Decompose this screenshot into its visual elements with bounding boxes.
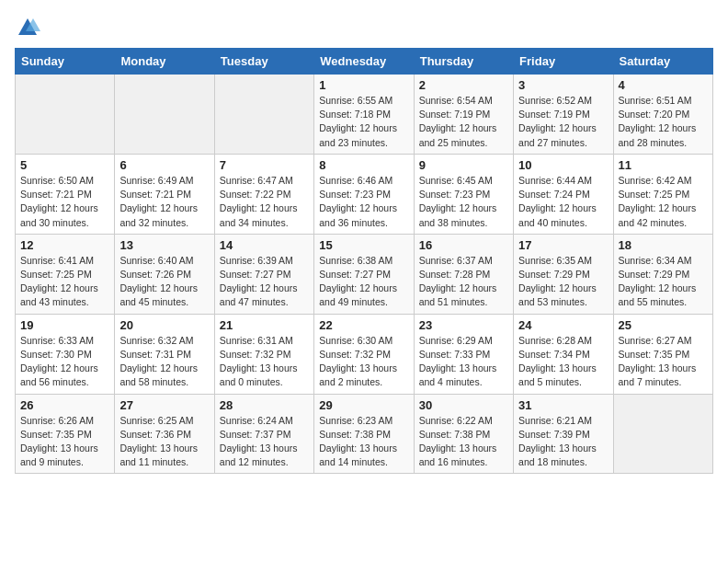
calendar-cell: 25Sunrise: 6:27 AM Sunset: 7:35 PM Dayli… <box>613 314 712 394</box>
day-info: Sunrise: 6:55 AM Sunset: 7:18 PM Dayligh… <box>319 94 408 150</box>
header-friday: Friday <box>514 49 613 75</box>
day-info: Sunrise: 6:28 AM Sunset: 7:34 PM Dayligh… <box>518 334 608 390</box>
calendar-cell: 4Sunrise: 6:51 AM Sunset: 7:20 PM Daylig… <box>613 75 712 155</box>
calendar-cell: 13Sunrise: 6:40 AM Sunset: 7:26 PM Dayli… <box>115 234 214 314</box>
calendar-cell: 10Sunrise: 6:44 AM Sunset: 7:24 PM Dayli… <box>514 154 613 234</box>
day-info: Sunrise: 6:34 AM Sunset: 7:29 PM Dayligh… <box>619 254 708 310</box>
page-header <box>15 15 713 40</box>
calendar-cell: 19Sunrise: 6:33 AM Sunset: 7:30 PM Dayli… <box>16 314 115 394</box>
calendar-cell: 31Sunrise: 6:21 AM Sunset: 7:39 PM Dayli… <box>514 394 613 474</box>
header-thursday: Thursday <box>414 49 513 75</box>
day-info: Sunrise: 6:25 AM Sunset: 7:36 PM Dayligh… <box>119 414 209 470</box>
header-tuesday: Tuesday <box>214 49 313 75</box>
day-info: Sunrise: 6:50 AM Sunset: 7:21 PM Dayligh… <box>20 174 109 230</box>
day-info: Sunrise: 6:42 AM Sunset: 7:25 PM Dayligh… <box>619 174 708 230</box>
header-sunday: Sunday <box>16 49 115 75</box>
day-number: 30 <box>419 398 508 412</box>
calendar-cell: 7Sunrise: 6:47 AM Sunset: 7:22 PM Daylig… <box>214 154 313 234</box>
day-info: Sunrise: 6:32 AM Sunset: 7:31 PM Dayligh… <box>119 334 209 390</box>
calendar-cell: 9Sunrise: 6:45 AM Sunset: 7:23 PM Daylig… <box>414 154 513 234</box>
day-info: Sunrise: 6:52 AM Sunset: 7:19 PM Dayligh… <box>518 94 608 150</box>
calendar-cell: 11Sunrise: 6:42 AM Sunset: 7:25 PM Dayli… <box>613 154 712 234</box>
day-info: Sunrise: 6:47 AM Sunset: 7:22 PM Dayligh… <box>220 174 309 230</box>
day-info: Sunrise: 6:46 AM Sunset: 7:23 PM Dayligh… <box>319 174 408 230</box>
day-info: Sunrise: 6:40 AM Sunset: 7:26 PM Dayligh… <box>119 254 209 310</box>
day-number: 29 <box>319 398 408 412</box>
day-number: 4 <box>619 78 708 92</box>
day-number: 20 <box>119 318 209 332</box>
day-info: Sunrise: 6:30 AM Sunset: 7:32 PM Dayligh… <box>319 334 408 390</box>
day-number: 21 <box>220 318 309 332</box>
day-number: 13 <box>119 238 209 252</box>
day-number: 28 <box>220 398 309 412</box>
day-number: 16 <box>419 238 508 252</box>
day-info: Sunrise: 6:35 AM Sunset: 7:29 PM Dayligh… <box>518 254 608 310</box>
day-number: 18 <box>619 238 708 252</box>
day-info: Sunrise: 6:41 AM Sunset: 7:25 PM Dayligh… <box>20 254 109 310</box>
calendar-cell: 15Sunrise: 6:38 AM Sunset: 7:27 PM Dayli… <box>314 234 414 314</box>
day-number: 6 <box>119 158 209 172</box>
calendar-cell <box>613 394 712 474</box>
day-number: 22 <box>319 318 408 332</box>
day-number: 2 <box>419 78 508 92</box>
calendar-cell: 28Sunrise: 6:24 AM Sunset: 7:37 PM Dayli… <box>214 394 313 474</box>
logo <box>15 15 44 40</box>
calendar-cell: 3Sunrise: 6:52 AM Sunset: 7:19 PM Daylig… <box>514 75 613 155</box>
calendar-cell: 6Sunrise: 6:49 AM Sunset: 7:21 PM Daylig… <box>115 154 214 234</box>
week-row-1: 5Sunrise: 6:50 AM Sunset: 7:21 PM Daylig… <box>16 154 713 234</box>
day-number: 3 <box>518 78 608 92</box>
calendar-cell: 2Sunrise: 6:54 AM Sunset: 7:19 PM Daylig… <box>414 75 513 155</box>
day-number: 7 <box>220 158 309 172</box>
day-number: 10 <box>518 158 608 172</box>
day-info: Sunrise: 6:38 AM Sunset: 7:27 PM Dayligh… <box>319 254 408 310</box>
day-number: 9 <box>419 158 508 172</box>
calendar-cell: 1Sunrise: 6:55 AM Sunset: 7:18 PM Daylig… <box>314 75 414 155</box>
day-number: 8 <box>319 158 408 172</box>
calendar-cell: 23Sunrise: 6:29 AM Sunset: 7:33 PM Dayli… <box>414 314 513 394</box>
day-info: Sunrise: 6:22 AM Sunset: 7:38 PM Dayligh… <box>419 414 508 470</box>
day-info: Sunrise: 6:31 AM Sunset: 7:32 PM Dayligh… <box>220 334 309 390</box>
calendar-cell: 16Sunrise: 6:37 AM Sunset: 7:28 PM Dayli… <box>414 234 513 314</box>
day-number: 27 <box>119 398 209 412</box>
week-row-0: 1Sunrise: 6:55 AM Sunset: 7:18 PM Daylig… <box>16 75 713 155</box>
day-number: 15 <box>319 238 408 252</box>
day-info: Sunrise: 6:49 AM Sunset: 7:21 PM Dayligh… <box>119 174 209 230</box>
day-number: 24 <box>518 318 608 332</box>
calendar-cell <box>115 75 214 155</box>
calendar-cell: 21Sunrise: 6:31 AM Sunset: 7:32 PM Dayli… <box>214 314 313 394</box>
calendar-cell: 30Sunrise: 6:22 AM Sunset: 7:38 PM Dayli… <box>414 394 513 474</box>
header-row: SundayMondayTuesdayWednesdayThursdayFrid… <box>16 49 713 75</box>
day-info: Sunrise: 6:51 AM Sunset: 7:20 PM Dayligh… <box>619 94 708 150</box>
day-info: Sunrise: 6:44 AM Sunset: 7:24 PM Dayligh… <box>518 174 608 230</box>
calendar-cell <box>16 75 115 155</box>
calendar-cell: 20Sunrise: 6:32 AM Sunset: 7:31 PM Dayli… <box>115 314 214 394</box>
week-row-2: 12Sunrise: 6:41 AM Sunset: 7:25 PM Dayli… <box>16 234 713 314</box>
day-number: 25 <box>619 318 708 332</box>
calendar-cell: 26Sunrise: 6:26 AM Sunset: 7:35 PM Dayli… <box>16 394 115 474</box>
calendar-cell: 24Sunrise: 6:28 AM Sunset: 7:34 PM Dayli… <box>514 314 613 394</box>
day-info: Sunrise: 6:37 AM Sunset: 7:28 PM Dayligh… <box>419 254 508 310</box>
day-number: 14 <box>220 238 309 252</box>
day-number: 19 <box>20 318 109 332</box>
week-row-3: 19Sunrise: 6:33 AM Sunset: 7:30 PM Dayli… <box>16 314 713 394</box>
calendar-cell: 17Sunrise: 6:35 AM Sunset: 7:29 PM Dayli… <box>514 234 613 314</box>
header-saturday: Saturday <box>613 49 712 75</box>
day-info: Sunrise: 6:21 AM Sunset: 7:39 PM Dayligh… <box>518 414 608 470</box>
header-wednesday: Wednesday <box>314 49 414 75</box>
week-row-4: 26Sunrise: 6:26 AM Sunset: 7:35 PM Dayli… <box>16 394 713 474</box>
day-number: 5 <box>20 158 109 172</box>
day-info: Sunrise: 6:45 AM Sunset: 7:23 PM Dayligh… <box>419 174 508 230</box>
day-info: Sunrise: 6:24 AM Sunset: 7:37 PM Dayligh… <box>220 414 309 470</box>
day-number: 23 <box>419 318 508 332</box>
day-number: 11 <box>619 158 708 172</box>
calendar-table: SundayMondayTuesdayWednesdayThursdayFrid… <box>15 48 713 474</box>
calendar-cell: 27Sunrise: 6:25 AM Sunset: 7:36 PM Dayli… <box>115 394 214 474</box>
day-info: Sunrise: 6:39 AM Sunset: 7:27 PM Dayligh… <box>220 254 309 310</box>
calendar-cell: 14Sunrise: 6:39 AM Sunset: 7:27 PM Dayli… <box>214 234 313 314</box>
day-info: Sunrise: 6:54 AM Sunset: 7:19 PM Dayligh… <box>419 94 508 150</box>
day-info: Sunrise: 6:27 AM Sunset: 7:35 PM Dayligh… <box>619 334 708 390</box>
day-info: Sunrise: 6:33 AM Sunset: 7:30 PM Dayligh… <box>20 334 109 390</box>
day-info: Sunrise: 6:29 AM Sunset: 7:33 PM Dayligh… <box>419 334 508 390</box>
logo-icon <box>15 15 40 40</box>
calendar-cell <box>214 75 313 155</box>
